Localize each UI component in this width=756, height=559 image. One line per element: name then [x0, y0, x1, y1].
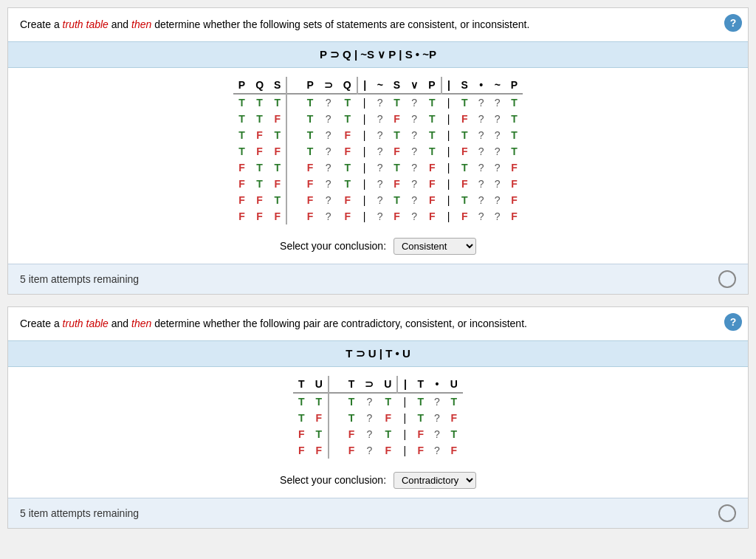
table-cell: F: [293, 426, 310, 442]
table-cell: F: [338, 208, 357, 224]
table-cell: F: [293, 442, 310, 459]
table-cell: ?: [489, 111, 506, 127]
table-cell: ?: [319, 143, 338, 160]
table-cell: ?: [489, 176, 506, 192]
submit-button-1[interactable]: [718, 270, 736, 288]
col-header-dot1: •: [473, 77, 489, 94]
col-header-P4: P: [506, 77, 523, 94]
instruction-1: Create a truth table and then determine …: [8, 8, 748, 41]
conclusion-select-2[interactable]: Contradictory Consistent Inconsistent: [394, 472, 476, 489]
table-cell: F: [338, 143, 357, 160]
col-pipe: |: [441, 208, 456, 224]
col-header-S1: S: [269, 77, 286, 94]
footer-bar-1: 5 item attempts remaining: [8, 264, 748, 294]
table-cell: F: [506, 176, 523, 192]
table-cell: T: [456, 127, 473, 143]
table-cell: ?: [489, 143, 506, 160]
conclusion-row-2: Select your conclusion: Contradictory Co…: [8, 467, 748, 498]
col-header-P3: P: [423, 77, 441, 94]
table-cell: F: [233, 208, 250, 224]
col-header-P2: P: [301, 77, 318, 94]
footer-bar-2: 5 item attempts remaining: [8, 498, 748, 528]
table-cell: ?: [319, 127, 338, 143]
table-cell: T: [233, 94, 250, 111]
table-cell: F: [250, 143, 269, 160]
table-cell: ?: [405, 94, 423, 111]
table-cell: T: [250, 160, 269, 176]
table-cell: ?: [429, 410, 445, 426]
table-cell: T: [269, 127, 286, 143]
col-header-or1: ∨: [405, 77, 423, 94]
highlight-then-1: then: [131, 18, 151, 30]
table-cell: T: [269, 94, 286, 111]
table-cell: ?: [489, 160, 506, 176]
col-header-U1: U: [310, 376, 329, 393]
table-cell: ?: [372, 208, 388, 224]
table-cell: ?: [405, 127, 423, 143]
table-cell: ?: [372, 143, 388, 160]
table-cell: ?: [360, 442, 379, 459]
col-sep2a: [329, 376, 343, 393]
table-cell: F: [310, 410, 329, 426]
table-cell: F: [412, 426, 429, 442]
col-pipe: |: [397, 393, 412, 410]
table-cell: F: [423, 208, 441, 224]
col-pipe: |: [357, 143, 372, 160]
submit-button-2[interactable]: [718, 504, 736, 522]
table-cell: T: [388, 160, 405, 176]
col-pipe: |: [397, 442, 412, 459]
table-cell: ?: [360, 410, 379, 426]
table-cell: F: [412, 442, 429, 459]
table-row: TFFT?F|?F?T|F??T: [233, 143, 523, 160]
table-cell: F: [338, 127, 357, 143]
col-separator: [286, 94, 301, 111]
col-header-P1: P: [233, 77, 250, 94]
col-pipe: |: [357, 111, 372, 127]
col-pipe: |: [357, 192, 372, 208]
conclusion-label-1: Select your conclusion:: [280, 240, 386, 252]
table-cell: F: [388, 208, 405, 224]
table-cell: T: [233, 111, 250, 127]
table-row: TTFT?T|?F?T|F??T: [233, 111, 523, 127]
table-cell: ?: [405, 208, 423, 224]
col-separator: [286, 176, 301, 192]
table-cell: T: [388, 127, 405, 143]
table-cell: ?: [489, 94, 506, 111]
col-separator: [329, 410, 343, 426]
table-cell: T: [338, 111, 357, 127]
col-header-U3: U: [445, 376, 463, 393]
col-header-tilde2: ~: [489, 77, 506, 94]
help-button-1[interactable]: ?: [724, 14, 742, 32]
col-sep1c: |: [441, 77, 456, 94]
table-cell: T: [412, 393, 429, 410]
table-row: FFTF?F|?T?F|T??F: [233, 192, 523, 208]
col-header-T3: T: [412, 376, 429, 393]
table-cell: T: [338, 94, 357, 111]
panel-2: ? Create a truth table and then determin…: [7, 306, 749, 529]
col-pipe: |: [441, 94, 456, 111]
help-button-2[interactable]: ?: [724, 313, 742, 331]
conclusion-select-1[interactable]: Consistent Inconsistent Contradictory: [394, 238, 476, 255]
table-section-2: T U T ⊃ U | T • U TTT?T|T?TTFT?F|T?FFTF?…: [8, 367, 748, 467]
table-cell: ?: [319, 111, 338, 127]
col-separator: [286, 143, 301, 160]
col-separator: [286, 208, 301, 224]
table-cell: F: [506, 208, 523, 224]
col-separator: [286, 160, 301, 176]
table-cell: T: [301, 111, 318, 127]
col-header-T1: T: [293, 376, 310, 393]
table-cell: T: [250, 94, 269, 111]
table-cell: ?: [473, 176, 489, 192]
table-cell: F: [301, 192, 318, 208]
table-cell: ?: [489, 208, 506, 224]
table-cell: F: [506, 192, 523, 208]
table-cell: ?: [360, 393, 379, 410]
table-cell: T: [293, 393, 310, 410]
table-cell: F: [388, 111, 405, 127]
table-cell: ?: [473, 208, 489, 224]
col-header-horseshoe1: ⊃: [319, 77, 338, 94]
table-cell: T: [233, 127, 250, 143]
col-pipe: |: [357, 176, 372, 192]
table-cell: ?: [489, 192, 506, 208]
table-cell: ?: [319, 94, 338, 111]
